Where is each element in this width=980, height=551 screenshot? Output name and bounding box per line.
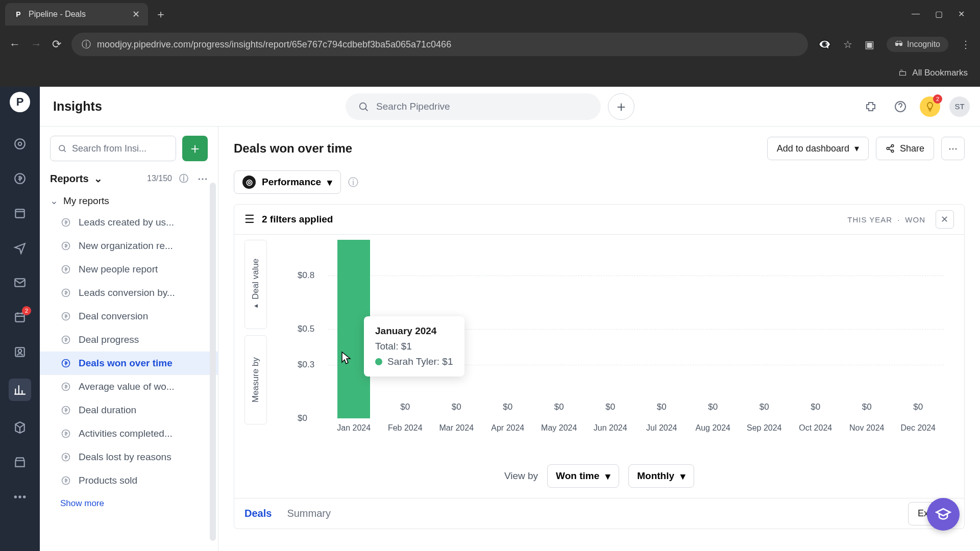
all-bookmarks-link[interactable]: All Bookmarks [912,68,968,78]
info-icon[interactable]: ⓘ [348,176,358,189]
report-icon [60,381,71,392]
kebab-icon[interactable]: ⋮ [961,38,971,51]
back-icon[interactable]: ← [9,38,20,51]
deals-icon[interactable] [12,170,28,187]
report-icon [60,311,71,322]
panel-icon[interactable]: ▣ [865,38,874,51]
insights-icon[interactable] [9,379,31,401]
sidebar-list: Leads created by us...New organization r… [40,211,218,492]
extensions-icon[interactable] [861,96,881,117]
add-to-dashboard-button[interactable]: Add to dashboard ▾ [767,137,869,160]
won-time-dropdown[interactable]: Won time ▾ [547,464,619,488]
clear-filters-button[interactable]: ✕ [936,210,954,229]
avatar[interactable]: ST [949,96,970,117]
sidebar-item[interactable]: Leads conversion by... [40,281,218,305]
bar-column[interactable]: $0Jul 2024 [636,240,688,418]
activities-icon[interactable]: 2 [12,309,28,325]
view-by-row: View by Won time ▾ Monthly ▾ [244,464,954,488]
maximize-icon[interactable]: ▢ [935,9,943,19]
site-info-icon[interactable]: ⓘ [82,38,91,51]
products-icon[interactable] [12,419,28,436]
bar-column[interactable]: $0Jun 2024 [585,240,636,418]
scrollbar[interactable] [210,183,216,541]
star-icon[interactable]: ☆ [843,38,852,51]
bar-column[interactable]: $0Dec 2024 [893,240,944,418]
bar-column[interactable]: $0Sep 2024 [739,240,790,418]
bar-value-label: $0 [760,402,769,412]
share-button[interactable]: Share [876,137,934,160]
mail-icon[interactable] [12,274,28,291]
filters-applied-label[interactable]: 2 filters applied [262,214,333,225]
more-icon[interactable]: ⋯ [198,172,208,185]
sidebar-search-input[interactable]: Search from Insi... [50,136,176,161]
show-more-link[interactable]: Show more [40,492,218,515]
forward-icon: → [31,38,42,51]
sidebar-item[interactable]: New organization re... [40,234,218,258]
sidebar-item[interactable]: Average value of wo... [40,375,218,398]
bar-value-label: $0 [605,402,615,412]
incognito-badge[interactable]: 🕶 Incognito [887,37,948,52]
x-tick: Mar 2024 [439,423,474,433]
tab-summary[interactable]: Summary [287,508,331,519]
bar-column[interactable]: $0Nov 2024 [841,240,893,418]
x-tick: Jan 2024 [337,423,371,433]
svg-point-13 [59,145,65,151]
sidebar-section-header[interactable]: Reports ⌄ 13/150 ⓘ ⋯ [40,161,218,190]
sidebar-item[interactable]: Products sold [40,469,218,492]
sidebar-add-button[interactable]: ＋ [182,136,208,161]
bar-column[interactable]: $0Aug 2024 [688,240,739,418]
more-button[interactable]: ⋯ [941,137,965,160]
results-tabs: Deals Summary Export [234,498,965,529]
sidebar-group[interactable]: ⌄ My reports [40,190,218,211]
sidebar-item[interactable]: Deals lost by reasons [40,445,218,469]
app-logo[interactable]: P [10,92,30,112]
close-window-icon[interactable]: ✕ [958,9,965,19]
campaigns-icon[interactable] [12,240,28,256]
academy-fab[interactable] [927,498,960,531]
browser-tab[interactable]: P Pipeline - Deals ✕ [5,3,148,26]
y-tick: $0.8 [298,270,314,281]
x-tick: Dec 2024 [901,423,936,433]
axis-deal-value[interactable]: ▸ Deal value [244,240,267,329]
sidebar-item[interactable]: Leads created by us... [40,211,218,234]
minimize-icon[interactable]: — [912,9,920,19]
reload-icon[interactable]: ⟳ [52,38,61,51]
sidebar-item-label: Activities completed... [79,428,173,439]
svg-point-1 [18,142,22,146]
info-icon[interactable]: ⓘ [179,172,188,185]
sidebar-item[interactable]: Activities completed... [40,422,218,445]
sidebar-item[interactable]: Deal duration [40,398,218,422]
bar-column[interactable]: $0Apr 2024 [482,240,534,418]
x-tick: Nov 2024 [849,423,885,433]
leads-icon[interactable] [12,136,28,152]
search-icon [58,144,67,153]
new-tab-button[interactable]: ＋ [155,7,166,22]
sidebar-item[interactable]: New people report [40,258,218,281]
sidebar-item[interactable]: Deal progress [40,328,218,352]
sidebar-item-label: Average value of wo... [79,381,175,392]
more-icon[interactable] [12,489,28,505]
eye-off-icon[interactable]: 👁‍🗨 [818,38,831,51]
main: Insights Search Pipedrive ＋ 2 ST [40,87,980,551]
quick-add-button[interactable]: ＋ [608,93,634,120]
url-input[interactable]: ⓘ moodjoy.pipedrive.com/progress/insight… [71,33,808,56]
contacts-icon[interactable] [12,344,28,360]
help-icon[interactable] [890,96,911,117]
marketplace-icon[interactable] [12,454,28,470]
projects-icon[interactable] [12,205,28,221]
sidebar-item-label: Leads conversion by... [79,287,175,298]
hint-button[interactable]: 2 [920,96,940,117]
bar-column[interactable]: $0May 2024 [533,240,585,418]
close-icon[interactable]: ✕ [132,9,140,20]
sidebar-item[interactable]: Deal conversion [40,305,218,328]
sidebar-item[interactable]: Deals won over time [40,352,218,375]
global-search-input[interactable]: Search Pipedrive [346,93,601,120]
performance-dropdown[interactable]: ◎ Performance ▾ [234,170,341,194]
filter-tag-won: WON [905,215,925,224]
filter-icon[interactable]: ☰ [244,213,255,226]
bar-column[interactable]: $0Oct 2024 [790,240,842,418]
axis-measure-by[interactable]: Measure by [244,335,267,424]
monthly-dropdown[interactable]: Monthly ▾ [628,464,694,488]
tab-deals[interactable]: Deals [244,508,272,519]
topbar: Insights Search Pipedrive ＋ 2 ST [40,87,980,127]
